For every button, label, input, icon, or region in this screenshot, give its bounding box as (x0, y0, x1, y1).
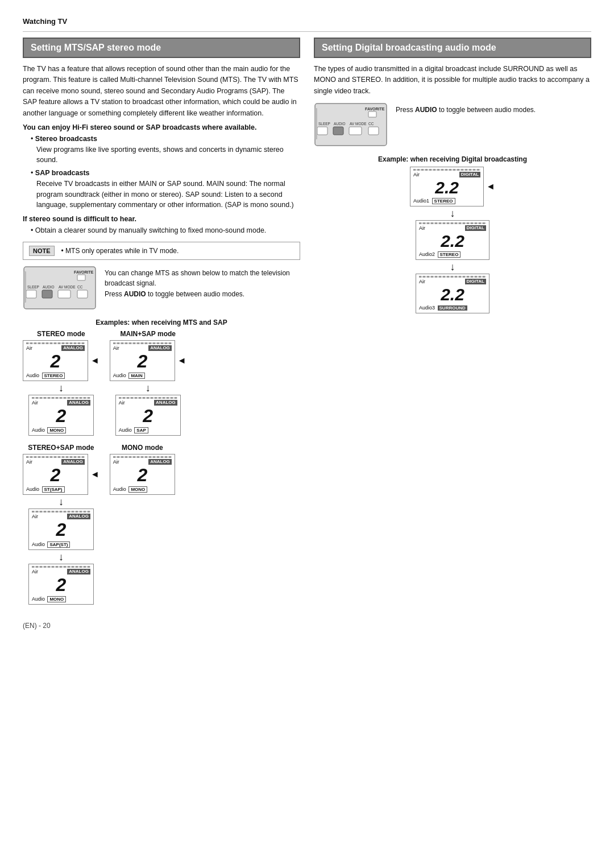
note-label: NOTE (29, 246, 55, 256)
bullet-sap: • SAP broadcasts Receive TV broadcasts i… (31, 168, 300, 210)
channel-num: 2 (32, 575, 90, 595)
header-text: Watching TV (23, 17, 67, 26)
two-col-layout: Setting MTS/SAP stereo mode The TV has a… (23, 38, 591, 605)
bullet-mono: • Obtain a clearer sound by manually swi… (31, 225, 300, 236)
page-footer: (EN) - 20 (23, 622, 591, 630)
tv-bottom-bar: Audio MONO (113, 486, 172, 492)
remote-image-right: FAVORITE SLEEP AUDIO AV MODE CC (314, 102, 388, 148)
tv-top-bar: AirANALOG (113, 459, 172, 465)
svg-text:SLEEP: SLEEP (318, 122, 330, 126)
tv-bottom-bar: Audio MAIN (113, 373, 172, 378)
digital-example-label: Example: when receiving Digital broadcas… (314, 155, 591, 163)
tv-bottom-bar: Audio2 STEREO (419, 251, 486, 257)
remote-svg-left: FAVORITE SLEEP AUDIO AV MODE CC (23, 266, 97, 310)
svg-text:CC: CC (368, 122, 374, 126)
tv-bottom-bar: Audio MONO (32, 596, 90, 602)
note-box: NOTE • MTS only operates while in TV mod… (23, 242, 300, 260)
svg-text:FAVORITE: FAVORITE (74, 270, 94, 274)
remote-caption-left: You can change MTS as shown below to mat… (105, 266, 300, 300)
svg-text:SLEEP: SLEEP (27, 285, 39, 289)
channel-num: 2 (26, 352, 85, 371)
tv-top-bar: AirANALOG (32, 514, 90, 519)
svg-rect-10 (77, 290, 88, 298)
svg-text:CC: CC (77, 285, 83, 289)
tv-top-bar: AirDIGITAL (413, 172, 480, 177)
examples-grid-row2: STEREO+SAP mode AirANALOG 2 Audio ST(SAP… (23, 444, 300, 605)
tv-top-bar: AirDIGITAL (419, 225, 486, 231)
subheading-difficult: If stereo sound is difficult to hear. (23, 215, 300, 223)
tv-top-bar: AirANALOG (119, 400, 177, 406)
channel-num: 2 (119, 406, 177, 426)
tv-bottom-bar: Audio1 STEREO (413, 198, 480, 204)
examples-label: Examples: when receiving MTS and SAP (23, 319, 300, 326)
svg-text:AV MODE: AV MODE (350, 122, 367, 126)
arrow-down2: ↓ (59, 552, 64, 562)
tv-bottom-bar: Audio MONO (32, 427, 90, 433)
stripe (119, 397, 177, 399)
tv-screen-stereo-sap3: AirANALOG 2 Audio MONO (28, 564, 94, 605)
tv-top-bar: AirANALOG (32, 569, 90, 574)
stereo-screen1-row: AirANALOG 2 Audio STEREO ◄ (23, 340, 99, 381)
arrow-down: ↓ (59, 383, 64, 393)
stripe (419, 276, 486, 278)
svg-rect-20 (333, 127, 343, 135)
tv-top-bar: AirANALOG (26, 345, 85, 351)
svg-rect-8 (42, 290, 52, 298)
remote-caption-right: Press AUDIO to toggle between audio mode… (396, 102, 536, 115)
channel-num: 2 (113, 352, 172, 371)
arrow-down: ↓ (146, 383, 151, 393)
tv-screen-main-sap2: AirANALOG 2 Audio SAP (115, 395, 181, 436)
arrow-right: ◄ (177, 356, 186, 366)
stereo-sap-screen1-row: AirANALOG 2 Audio ST(SAP) ◄ (23, 454, 99, 495)
left-intro-text: The TV has a feature that allows recepti… (23, 64, 300, 119)
mono-mode-col: MONO mode AirANALOG 2 Audio MONO (110, 444, 175, 605)
footer-text: (EN) - 20 (23, 622, 51, 630)
mono-mode-label: MONO mode (122, 444, 163, 452)
arrow-right: ◄ (486, 181, 495, 192)
tv-screen-mono1: AirANALOG 2 Audio MONO (110, 454, 175, 495)
svg-rect-2 (77, 275, 85, 280)
tv-top-bar: AirANALOG (26, 459, 85, 465)
tv-screen-main-sap1: AirANALOG 2 Audio MAIN (110, 340, 175, 381)
svg-text:AV MODE: AV MODE (59, 285, 76, 289)
stripe (113, 342, 172, 344)
stereo-mode-col: STEREO mode AirANALOG 2 Audio STEREO ◄ (23, 330, 99, 436)
remote-row-left: FAVORITE SLEEP AUDIO AV MODE CC (23, 266, 300, 312)
arrow-down: ↓ (450, 208, 455, 218)
tv-bottom-bar: Audio STEREO (26, 373, 85, 378)
left-section-title: Setting MTS/SAP stereo mode (23, 38, 300, 58)
remote-row-right: FAVORITE SLEEP AUDIO AV MODE CC Pre (314, 102, 591, 148)
tv-bottom-bar: Audio ST(SAP) (26, 486, 85, 492)
tv-top-bar: AirANALOG (32, 400, 90, 406)
tv-bottom-bar: Audio SAP(ST) (32, 542, 90, 547)
svg-text:AUDIO: AUDIO (334, 122, 346, 126)
arrow-down: ↓ (59, 497, 64, 507)
tv-screen-digital3: AirDIGITAL 2.2 Audio3 SURROUND (416, 274, 489, 313)
note-text: • MTS only operates while in TV mode. (61, 246, 179, 256)
svg-rect-11 (24, 271, 26, 303)
svg-text:FAVORITE: FAVORITE (365, 107, 385, 111)
tv-screen-stereo-sap1: AirANALOG 2 Audio ST(SAP) (23, 454, 88, 495)
watching-tv-header: Watching TV (23, 17, 591, 26)
tv-bottom-bar: Audio SAP (119, 427, 177, 433)
bullet-stereo: • Stereo broadcasts View programs like l… (31, 134, 300, 166)
subheading-hifi: You can enjoy Hi-Fi stereo sound or SAP … (23, 123, 300, 131)
tv-bottom-bar: Audio3 SURROUND (419, 305, 486, 311)
examples-grid-row1: STEREO mode AirANALOG 2 Audio STEREO ◄ (23, 330, 300, 436)
stripe (26, 456, 85, 458)
main-sap-screen1-row: AirANALOG 2 Audio MAIN ◄ (110, 340, 186, 381)
tv-top-bar: AirANALOG (113, 345, 172, 351)
stripe (32, 511, 90, 512)
svg-rect-14 (368, 111, 376, 117)
right-section-title: Setting Digital broadcasting audio mode (314, 38, 591, 58)
svg-rect-7 (26, 290, 36, 298)
stripe (113, 456, 172, 458)
channel-num: 2 (32, 520, 90, 540)
channel-num: 2.2 (419, 232, 486, 250)
stereo-sap-mode-label: STEREO+SAP mode (28, 444, 94, 452)
stereo-mode-label: STEREO mode (37, 330, 85, 338)
stripe (26, 342, 85, 344)
stripe (413, 169, 480, 171)
digital-screen1-row: AirDIGITAL 2.2 Audio1 STEREO ◄ (410, 167, 495, 206)
main-sap-mode-col: MAIN+SAP mode AirANALOG 2 Audio MAIN ◄ (110, 330, 186, 436)
